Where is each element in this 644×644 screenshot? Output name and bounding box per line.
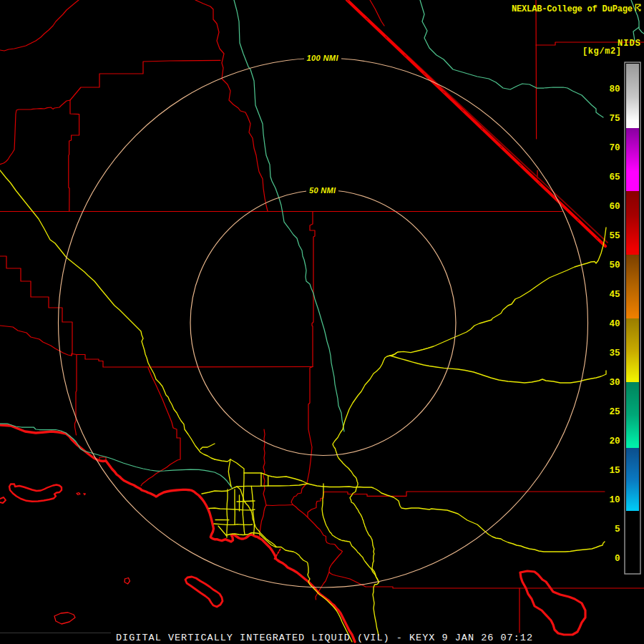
svg-text:80: 80 [609,84,620,94]
svg-text:45: 45 [609,290,620,300]
svg-text:[kg/m2]: [kg/m2] [582,47,621,57]
svg-text:60: 60 [609,202,620,212]
svg-text:20: 20 [609,436,620,447]
svg-text:10: 10 [609,495,620,505]
svg-text:NEXLAB-College of DuPage: NEXLAB-College of DuPage [512,4,633,14]
svg-text:35: 35 [609,348,620,358]
svg-text:5: 5 [615,525,620,535]
svg-text:25: 25 [609,407,620,417]
svg-text:0: 0 [615,554,620,564]
svg-text:40: 40 [609,319,620,329]
svg-text:DIGITAL VERTICALLY INTEGRATED: DIGITAL VERTICALLY INTEGRATED LIQUID (VI… [116,633,532,643]
svg-text:30: 30 [609,378,620,388]
svg-text:65: 65 [609,172,620,182]
svg-text:100 NMI: 100 NMI [307,54,339,62]
svg-text:50 NMI: 50 NMI [309,186,336,195]
svg-text:50: 50 [609,260,620,270]
svg-text:15: 15 [609,466,620,476]
svg-text:70: 70 [609,143,620,153]
svg-text:75: 75 [609,114,620,124]
svg-text:55: 55 [609,231,620,241]
